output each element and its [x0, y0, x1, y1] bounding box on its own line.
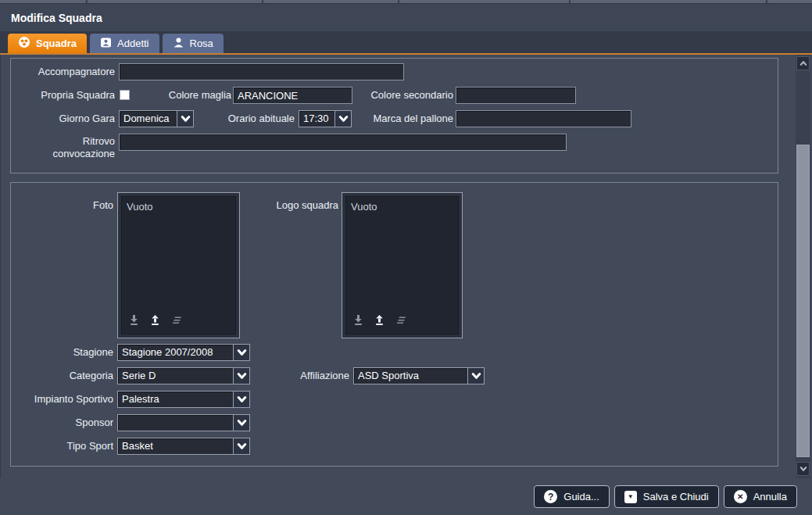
giorno-gara-value: Domenica [120, 111, 177, 127]
categoria-label: Categoria [11, 367, 113, 384]
colore-secondario-input[interactable] [456, 87, 576, 104]
accompagnatore-label: Accompagnatore [11, 63, 115, 80]
chevron-down-icon[interactable] [233, 438, 249, 454]
guida-button[interactable]: ? Guida... [534, 485, 610, 508]
scroll-up-button[interactable] [796, 56, 810, 70]
annulla-button-label: Annulla [753, 491, 787, 502]
modifica-squadra-dialog: Modifica Squadra Squadra [0, 0, 812, 515]
tab-bar: Squadra Addetti Rosa [0, 31, 812, 55]
tab-label: Squadra [36, 38, 77, 49]
person-icon [173, 37, 184, 51]
upload-icon[interactable] [374, 314, 385, 329]
giorno-gara-label: Giorno Gara [11, 110, 115, 127]
annulla-button[interactable]: ✕ Annulla [724, 485, 797, 508]
media-panel: Foto Vuoto [10, 182, 778, 467]
stagione-value: Stagione 2007/2008 [118, 345, 233, 360]
salva-e-chiudi-button[interactable]: ▼ Salva e Chiudi [614, 485, 719, 508]
download-icon[interactable] [352, 314, 364, 329]
chevron-down-icon[interactable] [334, 111, 351, 127]
orario-abituale-select[interactable]: 17:30 [299, 110, 352, 127]
colore-secondario-label: Colore secondario [352, 87, 453, 104]
orario-abituale-label: Orario abituale [199, 110, 295, 127]
clear-icon[interactable] [395, 314, 407, 329]
stagione-label: Stagione [11, 344, 113, 361]
tipo-sport-select[interactable]: Basket [117, 438, 250, 455]
categoria-select[interactable]: Serie D [117, 367, 250, 384]
sponsor-value [118, 415, 233, 431]
toolbar-separator [398, 0, 399, 3]
scroll-down-button[interactable] [796, 462, 810, 476]
giorno-gara-select[interactable]: Domenica [119, 110, 194, 127]
chevron-down-icon[interactable] [233, 345, 249, 360]
marca-pallone-label: Marca del pallone [352, 110, 453, 127]
impianto-sportivo-value: Palestra [118, 392, 233, 407]
dialog-titlebar: Modifica Squadra [0, 4, 812, 31]
chevron-down-icon[interactable] [177, 111, 193, 127]
chevron-down-icon[interactable] [233, 415, 249, 431]
affiliazione-value: ASD Sportiva [354, 368, 467, 384]
chevron-down-icon[interactable] [467, 368, 484, 384]
toolbar-separator [86, 0, 88, 3]
clear-icon[interactable] [170, 314, 183, 329]
propria-squadra-checkbox[interactable] [120, 90, 130, 100]
form-scroll-area: Accompagnatore Propria Squadra Colore ma… [0, 55, 796, 478]
ritrovo-label: Ritrovo convocazione [11, 135, 115, 162]
general-panel: Accompagnatore Propria Squadra Colore ma… [10, 58, 778, 173]
impianto-sportivo-select[interactable]: Palestra [117, 391, 250, 408]
ritrovo-input[interactable] [119, 134, 567, 151]
toolbar-separator [262, 0, 263, 3]
tab-label: Addetti [117, 38, 148, 49]
marca-pallone-input[interactable] [456, 110, 631, 127]
tipo-sport-label: Tipo Sport [11, 438, 113, 455]
id-card-icon [100, 37, 112, 51]
affiliazione-label: Affiliazione [245, 367, 349, 384]
logo-empty-text: Vuoto [351, 201, 377, 213]
sponsor-select[interactable] [117, 414, 250, 431]
stagione-select[interactable]: Stagione 2007/2008 [117, 344, 250, 361]
tipo-sport-value: Basket [118, 438, 233, 454]
tab-addetti[interactable]: Addetti [90, 34, 159, 53]
tab-label: Rosa [190, 38, 213, 49]
affiliazione-select[interactable]: ASD Sportiva [353, 367, 485, 384]
impianto-sportivo-label: Impianto Sportivo [11, 391, 113, 408]
basketball-icon [18, 36, 30, 51]
toolbar-separator [569, 0, 571, 3]
foto-picker: Vuoto [117, 192, 240, 338]
colore-maglia-label: Colore maglia [152, 87, 231, 104]
upload-icon[interactable] [149, 314, 161, 329]
download-icon[interactable] [128, 314, 140, 329]
foto-label: Foto [11, 197, 113, 214]
sponsor-label: Sponsor [11, 414, 113, 431]
save-icon: ▼ [624, 491, 637, 503]
chevron-down-icon[interactable] [233, 392, 249, 407]
orario-abituale-value: 17:30 [299, 111, 334, 127]
scrollbar-thumb[interactable] [796, 145, 810, 457]
foto-empty-text: Vuoto [127, 201, 153, 213]
toolbar-separator [766, 0, 767, 3]
logo-preview: Vuoto [345, 196, 459, 334]
dialog-title: Modifica Squadra [11, 12, 102, 24]
logo-picker: Vuoto [342, 192, 463, 338]
cancel-icon: ✕ [734, 490, 747, 503]
colore-maglia-input[interactable] [233, 87, 352, 104]
dialog-footer: ? Guida... ▼ Salva e Chiudi ✕ Annulla [0, 478, 812, 515]
foto-preview: Vuoto [121, 196, 236, 334]
tab-rosa[interactable]: Rosa [163, 34, 224, 53]
help-icon: ? [544, 490, 557, 503]
logo-squadra-label: Logo squadra [230, 197, 338, 214]
propria-squadra-label: Propria Squadra [11, 87, 115, 104]
salva-button-label: Salva e Chiudi [643, 491, 709, 502]
accompagnatore-input[interactable] [119, 63, 404, 80]
categoria-value: Serie D [118, 368, 233, 384]
tab-squadra[interactable]: Squadra [8, 34, 87, 53]
vertical-scrollbar[interactable] [796, 55, 810, 478]
guida-button-label: Guida... [563, 491, 599, 502]
